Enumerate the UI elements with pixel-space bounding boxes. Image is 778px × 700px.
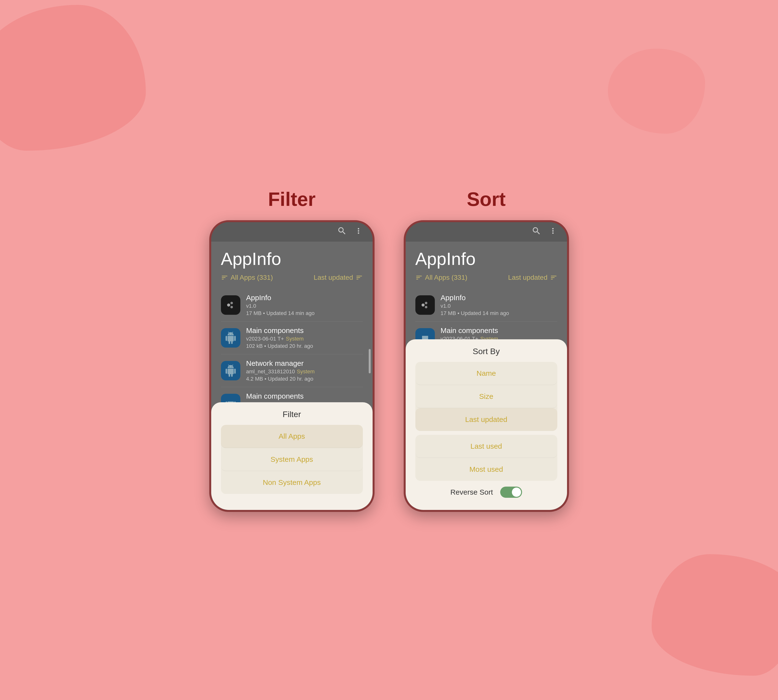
reverse-sort-label: Reverse Sort — [450, 488, 493, 496]
app-info: Network manager aml_net_331812010 System… — [246, 359, 315, 382]
sort-label[interactable]: Last updated — [314, 274, 363, 282]
svg-point-4 — [421, 303, 425, 307]
svg-point-5 — [425, 302, 427, 304]
sort-sheet-title: Sort By — [415, 347, 557, 356]
sort-panel: Sort AppInfo — [404, 188, 569, 512]
app-icon-appinfo — [221, 295, 240, 315]
app-info: Main components v2023-06-01 T+ System 10… — [246, 327, 313, 349]
sort-sort-label[interactable]: Last updated — [508, 274, 557, 282]
sort-options-group2: Last used Most used — [415, 435, 557, 481]
app-name: Main components — [246, 327, 313, 335]
app-version: v1.0 — [246, 303, 257, 309]
sort-option-name[interactable]: Name — [415, 362, 557, 385]
sort-filter-bar: All Apps (331) Last updated — [415, 274, 557, 282]
app-meta: v1.0 — [441, 303, 509, 309]
app-size: 4.2 MB • Updated 20 hr. ago — [246, 376, 315, 382]
sort-text: Last updated — [314, 274, 353, 282]
svg-point-6 — [425, 306, 427, 308]
sort-filter-count: All Apps (331) — [425, 274, 467, 282]
toggle-knob — [512, 488, 521, 497]
list-item[interactable]: AppInfo v1.0 17 MB • Updated 14 min ago — [221, 289, 363, 322]
sort-option-last-updated[interactable]: Last updated — [415, 408, 557, 431]
filter-title: Filter — [268, 188, 316, 210]
app-name: Main components — [246, 392, 313, 400]
sort-menu-icon[interactable] — [548, 227, 557, 237]
scroll-indicator — [369, 349, 371, 373]
app-name: AppInfo — [441, 293, 509, 302]
app-meta: aml_net_331812010 System — [246, 368, 315, 375]
sort-phone-content: AppInfo All Apps (331) Last updated — [406, 242, 567, 510]
app-size: 102 kB • Updated 20 hr. ago — [246, 343, 313, 349]
filter-panel: Filter AppInfo — [209, 188, 375, 512]
svg-point-0 — [227, 303, 230, 307]
app-info: AppInfo v1.0 17 MB • Updated 14 min ago — [441, 293, 509, 317]
system-badge: System — [297, 368, 315, 375]
sort-phone-topbar — [406, 222, 567, 242]
sort-options-group1: Name Size Last updated — [415, 362, 557, 431]
svg-point-2 — [230, 306, 233, 308]
bg-decoration-br — [651, 554, 778, 676]
filter-bottom-sheet: Filter All Apps System Apps Non System A… — [211, 402, 373, 510]
reverse-sort-row: Reverse Sort — [415, 487, 557, 498]
sort-option-last-used[interactable]: Last used — [415, 435, 557, 458]
sort-bottom-sheet: Sort By Name Size Last updated — [406, 339, 567, 510]
app-info: AppInfo v1.0 17 MB • Updated 14 min ago — [246, 293, 315, 317]
filter-menu-icon[interactable] — [354, 227, 363, 237]
sort-phone-frame: AppInfo All Apps (331) Last updated — [404, 220, 569, 512]
sort-sort-text: Last updated — [508, 274, 548, 282]
app-meta: v1.0 — [246, 303, 315, 309]
svg-point-1 — [230, 302, 233, 304]
list-item[interactable]: Network manager aml_net_331812010 System… — [221, 354, 363, 387]
sort-search-icon[interactable] — [531, 226, 541, 238]
app-size: 17 MB • Updated 14 min ago — [246, 310, 315, 317]
sort-option-most-used[interactable]: Most used — [415, 458, 557, 481]
app-meta: v2023-06-01 T+ System — [246, 336, 313, 342]
app-version: aml_net_331812010 — [246, 368, 295, 375]
sort-title: Sort — [467, 188, 506, 210]
app-version: v2023-06-01 T+ — [246, 336, 284, 342]
filter-count: All Apps (331) — [231, 274, 273, 282]
app-name: Main components — [441, 327, 508, 335]
system-badge: System — [286, 336, 303, 342]
bg-decoration-tr — [608, 48, 705, 134]
filter-search-icon[interactable] — [337, 226, 347, 238]
reverse-sort-toggle[interactable] — [500, 487, 522, 498]
list-item[interactable]: Main components v2023-06-01 T+ System 10… — [221, 322, 363, 354]
app-icon-android — [221, 328, 240, 348]
filter-label[interactable]: All Apps (331) — [221, 274, 273, 282]
filter-options-group: All Apps System Apps Non System Apps — [221, 425, 363, 494]
main-container: Filter AppInfo — [209, 188, 569, 512]
bg-decoration-tl — [0, 5, 146, 151]
filter-option-system-apps[interactable]: System Apps — [221, 448, 363, 471]
sort-option-size[interactable]: Size — [415, 385, 557, 408]
filter-option-all-apps[interactable]: All Apps — [221, 425, 363, 448]
filter-sheet-title: Filter — [221, 410, 363, 419]
panels-row: Filter AppInfo — [209, 188, 569, 512]
app-size: 17 MB • Updated 14 min ago — [441, 310, 509, 317]
sort-app-icon-appinfo — [415, 295, 435, 315]
filter-phone-content: AppInfo All Apps (331) Last updated — [211, 242, 373, 510]
filter-option-non-system-apps[interactable]: Non System Apps — [221, 471, 363, 494]
filter-app-title: AppInfo — [221, 249, 363, 269]
filter-bar: All Apps (331) Last updated — [221, 274, 363, 282]
filter-phone-frame: AppInfo All Apps (331) Last updated — [209, 220, 375, 512]
app-version: v1.0 — [441, 303, 451, 309]
filter-phone-topbar — [211, 222, 373, 242]
app-icon-android-2 — [221, 361, 240, 380]
list-item[interactable]: AppInfo v1.0 17 MB • Updated 14 min ago — [415, 289, 557, 322]
sort-filter-label[interactable]: All Apps (331) — [415, 274, 467, 282]
app-name: Network manager — [246, 359, 315, 368]
sort-app-title: AppInfo — [415, 249, 557, 269]
app-name: AppInfo — [246, 293, 315, 302]
